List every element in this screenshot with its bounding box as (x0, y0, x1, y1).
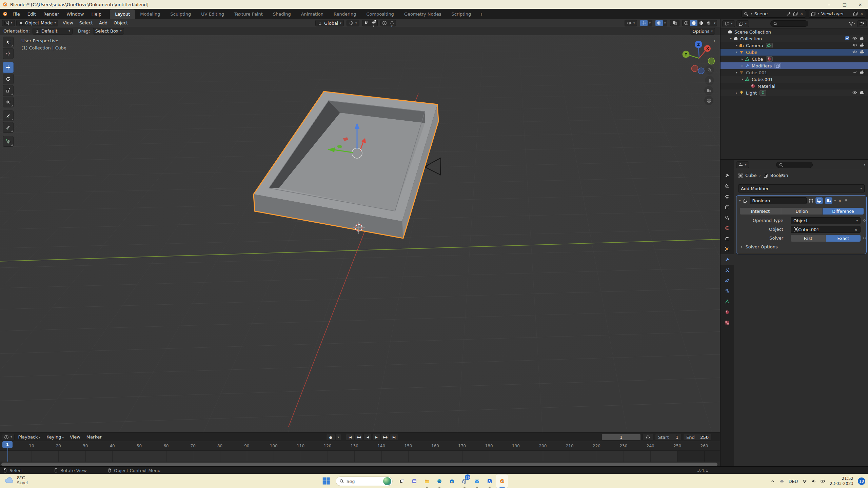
new-collection-button[interactable] (857, 20, 867, 27)
cam-toggle-icon[interactable] (860, 36, 865, 41)
outliner-row-scene collection[interactable]: Scene Collection (721, 28, 868, 35)
wifi-icon[interactable] (802, 479, 807, 484)
show-viewport-toggle[interactable] (815, 197, 823, 204)
solver-exact[interactable]: Exact (826, 235, 861, 242)
viewlayer-selector[interactable]: ▾ ViewLayer × (809, 10, 866, 18)
viewport-menu-object[interactable]: Object (111, 20, 131, 25)
properties-editor-type-button[interactable]: ▾ (736, 161, 749, 168)
menu-help[interactable]: Help (88, 12, 105, 17)
tab-texture-paint[interactable]: Texture Paint (229, 9, 268, 19)
prev-keyframe-button[interactable]: ◆◀ (355, 434, 363, 441)
snap-toggle[interactable] (362, 20, 370, 26)
shading-dropdown[interactable]: ▾ (712, 20, 717, 26)
taskbar-app-file-explorer[interactable] (420, 474, 433, 488)
clear-object-icon[interactable]: × (854, 227, 858, 232)
frame-start-field[interactable]: Start1 (655, 434, 682, 441)
outliner-search-input[interactable] (780, 21, 803, 26)
pin-icon[interactable] (779, 174, 784, 178)
timeline-menu-playback[interactable]: Playback ▾ (15, 434, 43, 440)
outliner-row-material[interactable]: Material (721, 83, 868, 89)
taskbar-app-task-view[interactable] (395, 474, 408, 488)
taskbar-app-store[interactable] (446, 474, 458, 488)
properties-tab-object[interactable] (721, 244, 734, 254)
properties-tab-data[interactable] (721, 296, 734, 307)
xray-toggle[interactable] (670, 20, 679, 26)
outliner-row-cube-001[interactable]: ▾Cube.001 (721, 69, 868, 76)
gizmo-axis-minus-y[interactable] (708, 58, 715, 64)
jump-start-button[interactable]: |◀ (346, 434, 354, 441)
outliner-row-camera[interactable]: ▸Camera (721, 42, 868, 49)
outliner-row-cube[interactable]: ▸Cube (721, 56, 868, 62)
gizmos-dropdown[interactable]: ▾ (648, 20, 652, 26)
timeline-menu-keying[interactable]: Keying ▾ (43, 434, 67, 440)
taskbar-app-photos-a[interactable] (483, 474, 496, 488)
play-reverse-button[interactable]: ◀ (363, 434, 372, 441)
use-preview-range-toggle[interactable] (643, 434, 653, 441)
expand-icon[interactable]: ▾ (739, 199, 741, 202)
outliner-editor-type-button[interactable]: ▾ (722, 20, 735, 27)
decorator-dot[interactable] (863, 219, 866, 222)
snap-settings-dropdown[interactable]: ▾ (370, 20, 377, 26)
properties-tab-view-layer[interactable] (721, 202, 734, 212)
properties-tab-modifiers[interactable] (721, 254, 734, 265)
tab-layout[interactable]: Layout (110, 9, 135, 19)
operation-intersect[interactable]: Intersect (740, 208, 781, 215)
shading-rendered-button[interactable] (705, 20, 712, 26)
outliner-search[interactable] (770, 20, 808, 27)
show-overlays-toggle[interactable] (655, 20, 663, 26)
outliner-row-collection[interactable]: ▾Collection (721, 35, 868, 42)
breadcrumb-object[interactable]: Cube (745, 173, 757, 178)
disclosure-icon[interactable]: ▸ (734, 91, 739, 95)
tab-compositing[interactable]: Compositing (361, 9, 399, 19)
disclosure-icon[interactable]: ▸ (740, 64, 745, 67)
shading-material-button[interactable] (697, 20, 705, 26)
outliner-filter-button[interactable]: ▾ (849, 21, 855, 26)
edit-mode-toggle-icon[interactable] (809, 198, 813, 203)
operand-type-dropdown[interactable]: Object▾ (791, 217, 861, 224)
taskbar-search-input[interactable] (347, 479, 376, 484)
disclosure-icon[interactable]: ▾ (740, 78, 745, 81)
new-scene-icon[interactable] (793, 12, 798, 16)
eye-toggle-icon[interactable] (852, 43, 857, 47)
shading-solid-button[interactable] (690, 20, 697, 26)
tab-sculpting[interactable]: Sculpting (165, 9, 196, 19)
outliner-display-mode-button[interactable]: ▾ (736, 20, 749, 27)
menu-edit[interactable]: Edit (24, 12, 40, 17)
modifier-name-field[interactable]: Boolean (750, 197, 807, 204)
tool-rotate[interactable] (3, 74, 14, 84)
current-frame-field[interactable]: 1 (601, 434, 641, 441)
unlink-scene-icon[interactable]: × (800, 11, 804, 16)
tab-uv-editing[interactable]: UV Editing (196, 9, 229, 19)
outliner-row-cube-001[interactable]: ▾Cube.001 (721, 76, 868, 83)
properties-search-input[interactable] (785, 163, 809, 167)
gizmo-axis-minus-x[interactable] (692, 65, 698, 72)
close-button[interactable]: × (852, 0, 868, 9)
clock-widget[interactable]: 21:52 23-03-2023 (830, 476, 853, 486)
overlays-dropdown[interactable]: ▾ (663, 20, 667, 26)
taskbar-app-phone[interactable]: 29 (458, 474, 471, 488)
tab-scripting[interactable]: Scripting (447, 9, 476, 19)
notification-badge[interactable]: 18 (858, 477, 865, 485)
cam-toggle-icon[interactable] (860, 49, 865, 54)
speaker-icon[interactable] (811, 479, 816, 484)
keyboard-language[interactable]: DEU (789, 479, 798, 484)
decorator-dot[interactable] (863, 237, 866, 239)
tool-tweak[interactable] (3, 37, 14, 47)
proportional-edit-toggle[interactable] (381, 20, 388, 26)
show-render-toggle[interactable] (825, 197, 832, 204)
taskbar-app-mail[interactable] (471, 474, 483, 488)
properties-tab-texture[interactable] (721, 317, 734, 328)
viewport-menu-view[interactable]: View (60, 20, 76, 25)
menu-file[interactable]: File (9, 12, 24, 17)
next-keyframe-button[interactable]: ▶◆ (381, 434, 389, 441)
viewport-3d[interactable]: Y X Z ▾ Object Mode▾ ViewSelectAddObject… (0, 19, 720, 432)
outliner-row-cube[interactable]: ▾Cube (721, 49, 868, 56)
timeline-ruler[interactable]: 1020304050607080901001101201301401501601… (0, 441, 720, 451)
timeline-menu-marker[interactable]: Marker (83, 434, 105, 440)
drag-dropdown[interactable]: Select Box▾ (93, 28, 124, 35)
properties-tab-constraints[interactable] (721, 286, 734, 296)
disclosure-icon[interactable]: ▾ (728, 37, 733, 40)
taskbar-search[interactable] (336, 476, 393, 486)
properties-tab-particles[interactable] (721, 265, 734, 275)
frame-end-field[interactable]: End250 (683, 434, 712, 441)
